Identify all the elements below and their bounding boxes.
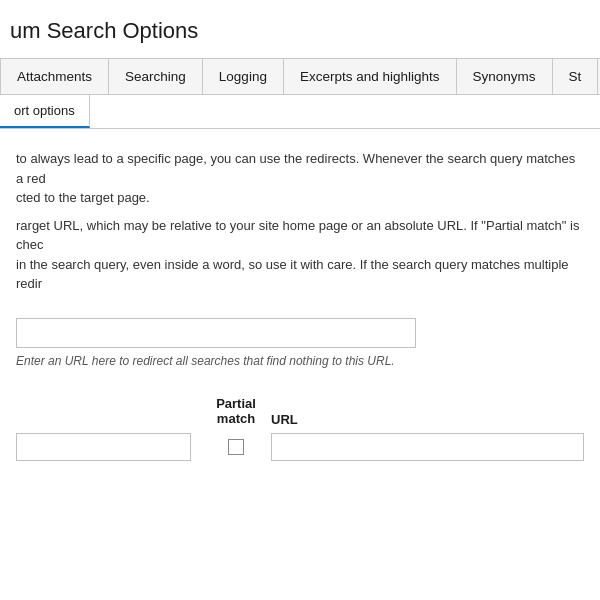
col-partial-header: Partialmatch <box>201 396 271 427</box>
cell-url <box>271 433 584 461</box>
partial-match-checkbox[interactable] <box>228 439 244 455</box>
url-input[interactable] <box>271 433 584 461</box>
sub-tabs-bar: ort options <box>0 95 600 129</box>
description-line1: to always lead to a specific page, you c… <box>16 149 584 208</box>
col-url-header: URL <box>271 412 584 427</box>
description-line2: rarget URL, which may be relative to you… <box>16 216 584 294</box>
keyword-input[interactable] <box>16 433 191 461</box>
table-row <box>16 433 584 461</box>
page-container: um Search Options Attachments Searching … <box>0 0 600 481</box>
tab-synonyms[interactable]: Synonyms <box>457 59 553 94</box>
cell-partial <box>201 439 271 455</box>
cell-keyword <box>16 433 201 461</box>
redirects-table: Partialmatch URL <box>16 396 584 461</box>
redirect-input-wrapper <box>16 318 584 348</box>
tab-attachments[interactable]: Attachments <box>0 59 109 94</box>
redirect-section: Enter an URL here to redirect all search… <box>16 318 584 368</box>
tab-logging[interactable]: Logging <box>203 59 284 94</box>
tab-searching[interactable]: Searching <box>109 59 203 94</box>
sub-tab-redirect-options[interactable]: ort options <box>0 95 90 128</box>
description-block: to always lead to a specific page, you c… <box>16 149 584 294</box>
table-header-row: Partialmatch URL <box>16 396 584 427</box>
redirect-url-input[interactable] <box>16 318 416 348</box>
content-area: to always lead to a specific page, you c… <box>0 129 600 481</box>
tab-st[interactable]: St <box>553 59 599 94</box>
redirect-url-hint: Enter an URL here to redirect all search… <box>16 354 584 368</box>
tabs-bar: Attachments Searching Logging Excerpts a… <box>0 58 600 95</box>
page-title: um Search Options <box>0 18 600 58</box>
tab-excerpts[interactable]: Excerpts and highlights <box>284 59 457 94</box>
